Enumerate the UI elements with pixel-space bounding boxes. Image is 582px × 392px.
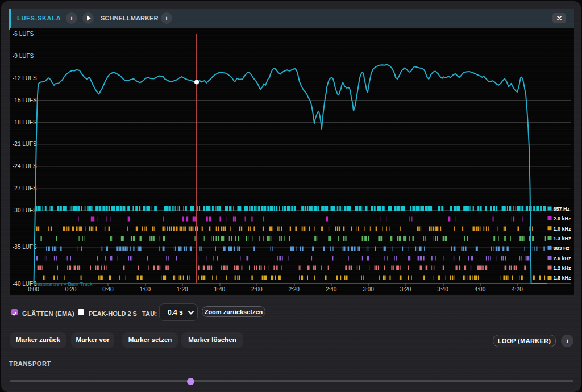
svg-text:3:20: 3:20: [400, 286, 411, 293]
svg-text:1.2 kHz: 1.2 kHz: [554, 265, 572, 271]
svg-text:883 Hz: 883 Hz: [554, 245, 570, 251]
svg-text:-9 LUFS: -9 LUFS: [13, 53, 34, 59]
svg-text:-24 LUFS: -24 LUFS: [13, 163, 37, 169]
svg-text:2:40: 2:40: [326, 286, 337, 293]
svg-text:0:40: 0:40: [102, 286, 114, 293]
svg-text:2:20: 2:20: [288, 286, 300, 293]
svg-text:Resonanzen – Dein Track: Resonanzen – Dein Track: [34, 281, 93, 287]
svg-text:-30 LUFS: -30 LUFS: [13, 207, 37, 214]
svg-text:0:00: 0:00: [28, 286, 39, 293]
svg-text:4:20: 4:20: [512, 286, 523, 293]
svg-text:1:00: 1:00: [140, 286, 151, 293]
svg-text:2.6 kHz: 2.6 kHz: [554, 256, 572, 261]
svg-text:-21 LUFS: -21 LUFS: [13, 141, 37, 147]
svg-text:-12 LUFS: -12 LUFS: [13, 75, 37, 81]
svg-text:0:20: 0:20: [65, 286, 77, 293]
svg-text:-6 LUFS: -6 LUFS: [13, 31, 34, 37]
svg-text:1.8 kHz: 1.8 kHz: [554, 275, 572, 281]
svg-text:4:00: 4:00: [475, 286, 486, 293]
svg-text:3:40: 3:40: [437, 286, 448, 293]
svg-text:1:40: 1:40: [214, 286, 226, 293]
svg-text:1.0 kHz: 1.0 kHz: [554, 226, 572, 232]
svg-text:3:00: 3:00: [363, 286, 374, 293]
svg-text:-15 LUFS: -15 LUFS: [13, 97, 37, 103]
svg-text:2:00: 2:00: [251, 286, 263, 293]
svg-text:2.0 kHz: 2.0 kHz: [554, 216, 572, 222]
svg-text:-18 LUFS: -18 LUFS: [13, 119, 37, 126]
svg-text:1.3 kHz: 1.3 kHz: [554, 236, 572, 241]
svg-text:-27 LUFS: -27 LUFS: [13, 185, 37, 191]
svg-text:-35 LUFS: -35 LUFS: [13, 244, 37, 250]
svg-text:657 Hz: 657 Hz: [554, 206, 570, 212]
svg-text:1:20: 1:20: [177, 286, 188, 293]
